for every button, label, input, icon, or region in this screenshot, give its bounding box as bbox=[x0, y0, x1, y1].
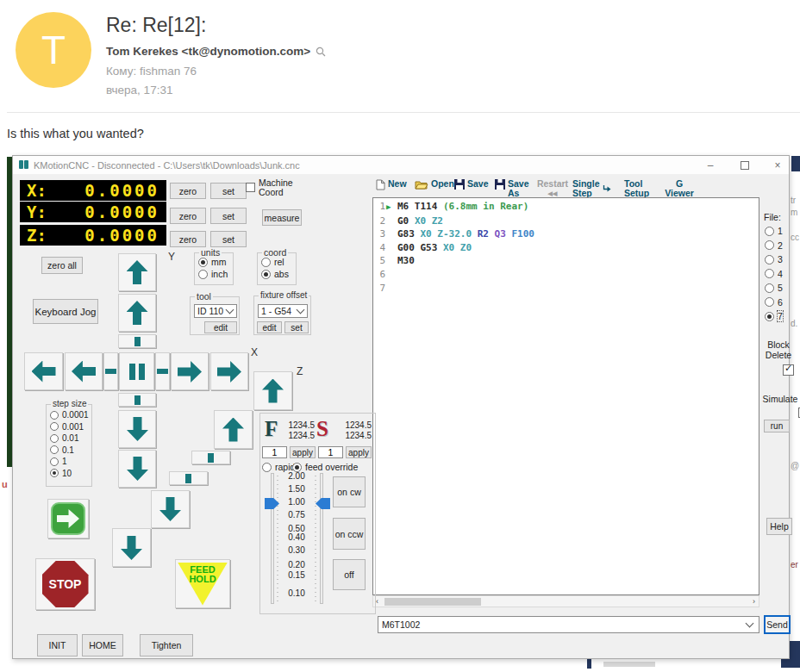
feed-hold-button[interactable]: FEEDHOLD bbox=[175, 559, 230, 608]
file-radio-5[interactable]: 5 bbox=[765, 283, 783, 293]
home-button[interactable]: HOME bbox=[82, 634, 123, 656]
zero-z-button[interactable]: zero bbox=[170, 231, 206, 247]
jog-y-plus-fast-button[interactable] bbox=[118, 253, 156, 291]
file-radio-7[interactable]: 7 bbox=[765, 311, 783, 321]
tighten-button[interactable]: Tighten bbox=[140, 634, 193, 656]
jog-y-minus-step-button[interactable] bbox=[118, 393, 156, 407]
scrollbar-thumb[interactable] bbox=[384, 598, 481, 606]
jog-x-minus-step-button[interactable] bbox=[103, 352, 118, 390]
go-arrow-icon bbox=[51, 502, 85, 535]
step-size-radio-1[interactable]: 1 bbox=[50, 457, 91, 466]
radio-icon bbox=[765, 240, 774, 250]
jog-z-minus-step-button[interactable] bbox=[169, 471, 208, 485]
search-icon[interactable] bbox=[316, 47, 326, 57]
mdi-command-combo[interactable]: M6T1002 bbox=[378, 616, 759, 633]
jog-z-plus-fast-button[interactable] bbox=[253, 371, 292, 410]
jog-y-plus-step-button[interactable] bbox=[118, 334, 156, 348]
restart-button[interactable]: Restart ◀◀ bbox=[533, 179, 572, 198]
save-as-button[interactable]: SaveAs bbox=[495, 179, 533, 198]
zero-y-button[interactable]: zero bbox=[170, 208, 206, 224]
set-x-button[interactable]: set bbox=[210, 183, 247, 199]
jog-z-plus-button[interactable] bbox=[214, 410, 253, 449]
fixture-offset-select[interactable]: 1 - G54 bbox=[258, 304, 308, 318]
title-bar[interactable]: KMotionCNC - Disconnected - C:\Users\tk\… bbox=[13, 156, 789, 174]
spindle-on-ccw-button[interactable]: on ccw bbox=[333, 518, 366, 550]
go-button[interactable] bbox=[47, 499, 89, 538]
dro-z: Z: 0.0000 bbox=[20, 225, 166, 246]
email-body: Is this what you wanted? bbox=[7, 127, 144, 140]
open-button[interactable]: Open bbox=[415, 179, 454, 190]
editor-hscrollbar[interactable]: ‹ › bbox=[372, 595, 759, 607]
feedrate-apply-button[interactable]: apply bbox=[290, 446, 316, 458]
jog-x-minus-button[interactable] bbox=[65, 352, 103, 390]
tool-select[interactable]: ID 110 bbox=[194, 304, 237, 318]
file-radio-4[interactable]: 4 bbox=[765, 269, 783, 279]
fixture-set-button[interactable]: set bbox=[284, 321, 309, 333]
slider-scale-label: 1.50 bbox=[278, 484, 316, 494]
file-radio-3[interactable]: 3 bbox=[765, 254, 783, 264]
keyboard-jog-button[interactable]: Keyboard Jog bbox=[33, 299, 98, 324]
step-size-radio-0.01[interactable]: 0.01 bbox=[50, 433, 91, 443]
arrow-left-icon bbox=[72, 361, 96, 383]
jog-z-plus-step-button[interactable] bbox=[191, 451, 230, 464]
jog-x-plus-fast-button[interactable] bbox=[210, 352, 248, 390]
feed-override-slider[interactable] bbox=[271, 473, 274, 604]
tool-edit-button[interactable]: edit bbox=[204, 321, 237, 333]
help-button[interactable]: Help bbox=[766, 518, 792, 535]
spindle-override-slider[interactable] bbox=[320, 473, 323, 604]
zero-all-button[interactable]: zero all bbox=[41, 257, 83, 274]
jog-x-minus-fast-button[interactable] bbox=[24, 352, 63, 390]
stop-button[interactable]: STOP bbox=[35, 558, 95, 610]
run-button[interactable]: run bbox=[764, 420, 790, 432]
spindle-input[interactable] bbox=[318, 446, 343, 458]
new-button[interactable]: New bbox=[376, 179, 415, 190]
coord-rel-radio[interactable]: rel bbox=[261, 257, 296, 267]
units-inch-radio[interactable]: inch bbox=[198, 269, 233, 279]
send-button[interactable]: Send bbox=[764, 615, 791, 634]
block-delete-checkbox[interactable] bbox=[783, 364, 794, 376]
g-viewer-button[interactable]: GViewer bbox=[661, 179, 697, 198]
jog-y-minus-button[interactable] bbox=[118, 410, 156, 448]
arrow-right-icon bbox=[178, 361, 202, 383]
gcode-editor[interactable]: 1▶M6 T114 (6.8mm in Rear)2G0 X0 Z23G83 X… bbox=[372, 197, 759, 595]
file-radio-1[interactable]: 1 bbox=[765, 226, 783, 236]
step-size-radio-0.0001[interactable]: 0.0001 bbox=[50, 410, 91, 420]
step-size-radio-0.1[interactable]: 0.1 bbox=[50, 445, 91, 455]
step-size-radio-10[interactable]: 10 bbox=[50, 469, 91, 478]
jog-z-minus-button[interactable] bbox=[151, 490, 190, 528]
fixture-edit-button[interactable]: edit bbox=[257, 321, 282, 333]
step-size-radio-0.001[interactable]: 0.001 bbox=[50, 422, 91, 432]
feedrate-input[interactable] bbox=[262, 446, 287, 458]
single-step-button[interactable]: SingleStep bbox=[572, 179, 624, 198]
jog-x-plus-button[interactable] bbox=[171, 352, 209, 390]
jog-y-minus-fast-button[interactable] bbox=[118, 450, 156, 488]
close-button[interactable]: × bbox=[770, 159, 785, 172]
maximize-button[interactable] bbox=[737, 159, 753, 172]
jog-pause-button[interactable] bbox=[119, 352, 154, 390]
scroll-right-icon[interactable]: › bbox=[753, 597, 755, 606]
set-y-button[interactable]: set bbox=[210, 208, 247, 224]
background-artifact bbox=[587, 658, 591, 669]
spindle-apply-button[interactable]: apply bbox=[346, 446, 372, 458]
file-radio-6[interactable]: 6 bbox=[765, 297, 783, 308]
background-artifact bbox=[791, 156, 800, 171]
measure-button[interactable]: measure bbox=[262, 209, 302, 226]
spindle-off-button[interactable]: off bbox=[333, 559, 366, 590]
arrow-up-icon bbox=[222, 418, 244, 442]
minimize-button[interactable]: – bbox=[703, 159, 718, 172]
machine-coord-checkbox[interactable] bbox=[246, 183, 255, 192]
jog-x-plus-step-button[interactable] bbox=[155, 352, 170, 390]
coord-abs-radio[interactable]: abs bbox=[261, 269, 296, 279]
jog-z-minus-fast-button[interactable] bbox=[112, 528, 151, 567]
save-button[interactable]: Save bbox=[454, 179, 495, 190]
init-button[interactable]: INIT bbox=[37, 634, 78, 656]
jog-y-plus-button[interactable] bbox=[118, 294, 156, 332]
spindle-on-cw-button[interactable]: on cw bbox=[333, 476, 366, 507]
z-axis-label: Z bbox=[297, 365, 303, 377]
scroll-left-icon[interactable]: ‹ bbox=[376, 597, 378, 606]
set-z-button[interactable]: set bbox=[210, 231, 247, 247]
tool-setup-button[interactable]: ToolSetup bbox=[624, 179, 661, 198]
file-radio-2[interactable]: 2 bbox=[765, 240, 783, 251]
zero-x-button[interactable]: zero bbox=[170, 183, 206, 199]
units-mm-radio[interactable]: mm bbox=[198, 257, 233, 267]
